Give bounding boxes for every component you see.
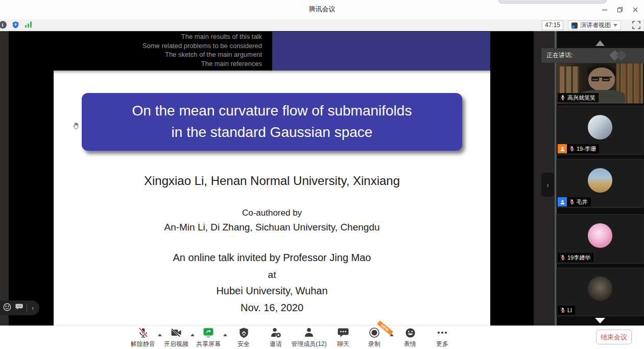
more-button[interactable]: 更多 bbox=[417, 327, 468, 348]
floating-quick-bar: ‹ bbox=[0, 300, 39, 315]
mic-muted-icon bbox=[560, 307, 566, 313]
participant-name: LI bbox=[567, 307, 572, 313]
participant-name: 高兴就笑笑 bbox=[567, 94, 595, 102]
slide-at-word: at bbox=[54, 269, 490, 281]
shield-icon[interactable] bbox=[11, 20, 19, 29]
network-signal-icon[interactable] bbox=[24, 20, 32, 29]
status-icons: i bbox=[0, 20, 32, 29]
chat-preview-icon[interactable] bbox=[15, 303, 23, 313]
slide-title-line: in the standard Gaussian space bbox=[82, 122, 462, 143]
participant-tile[interactable]: 19-李珊 bbox=[556, 106, 643, 155]
outline-line: The main results of this talk bbox=[9, 32, 262, 41]
avatar bbox=[588, 276, 612, 301]
mic-on-icon bbox=[560, 95, 566, 101]
scroll-down-arrow-icon[interactable] bbox=[595, 318, 605, 323]
participant-tile-video[interactable]: 高兴就笑笑 bbox=[556, 63, 643, 104]
slide-invitation: An online talk invited by Professor Jing… bbox=[54, 252, 490, 264]
participant-label: 毛井 bbox=[558, 197, 591, 206]
pill-divider bbox=[27, 304, 27, 312]
participant-name: 毛井 bbox=[577, 198, 588, 206]
now-speaking-label: 正在讲话: bbox=[546, 51, 573, 60]
mic-muted-icon bbox=[560, 254, 566, 261]
slide-coauthors: An-Min Li, Di Zhang, Sichuan University,… bbox=[54, 222, 490, 233]
watermark-logo bbox=[616, 50, 627, 61]
participant-tile[interactable]: 毛井 bbox=[556, 159, 643, 208]
avatar bbox=[588, 115, 612, 139]
video-person-glasses bbox=[591, 77, 612, 81]
host-badge-orange bbox=[558, 144, 567, 153]
participant-label: 高兴就笑笑 bbox=[558, 93, 599, 102]
collapse-left-chevron-icon[interactable]: ‹ bbox=[30, 304, 35, 312]
outline-line: Some related problems to be considered bbox=[9, 41, 262, 51]
slide-venue: Hubei University, Wuhan bbox=[54, 285, 490, 297]
fullscreen-icon[interactable] bbox=[632, 21, 640, 29]
view-mode-label: 演讲者视图 bbox=[580, 21, 611, 30]
scroll-up-arrow-icon[interactable] bbox=[595, 40, 605, 46]
window-controls bbox=[601, 0, 641, 19]
view-mode-selector[interactable]: 演讲者视图 bbox=[568, 20, 621, 30]
meeting-timer: 47:15 bbox=[542, 20, 563, 30]
participant-tile[interactable]: LI bbox=[556, 268, 643, 316]
participant-label: LI bbox=[558, 306, 575, 315]
restore-icon[interactable] bbox=[616, 6, 624, 13]
slide-date: Nov. 16, 2020 bbox=[54, 302, 490, 314]
outline-line: The sketch of the main argument bbox=[9, 50, 262, 59]
chevron-down-icon bbox=[613, 24, 617, 27]
close-icon[interactable] bbox=[632, 6, 639, 13]
end-meeting-button[interactable]: 结束会议 bbox=[596, 330, 632, 344]
minimize-icon[interactable] bbox=[601, 6, 608, 13]
layout-view-icon bbox=[571, 22, 578, 29]
cohost-badge-blue bbox=[558, 197, 567, 206]
info-icon[interactable]: i bbox=[0, 20, 7, 29]
mic-muted-icon bbox=[569, 199, 575, 205]
participant-name: 19李婧华 bbox=[567, 254, 590, 262]
hand-cursor-icon bbox=[72, 122, 81, 130]
slide-outline-list: The main results of this talk Some relat… bbox=[9, 32, 262, 68]
slide-title-line: On the mean curvature flow of submanifol… bbox=[82, 100, 462, 122]
collapsed-floating-toolbar bbox=[498, 0, 607, 4]
outline-line: The main references bbox=[9, 59, 262, 68]
slide-coauthor-label: Co-authored by bbox=[54, 208, 490, 218]
slide-author: Xingxiao Li, Henan Normal University, Xi… bbox=[54, 174, 490, 188]
more-dots-icon bbox=[417, 327, 468, 339]
mic-muted-icon bbox=[569, 146, 575, 152]
sidebar-collapse-handle[interactable]: › bbox=[541, 173, 554, 197]
avatar bbox=[588, 223, 612, 248]
now-speaking-bar: 正在讲话: bbox=[541, 48, 644, 63]
slide-top-banner bbox=[272, 32, 490, 71]
avatar bbox=[588, 168, 612, 193]
slide-title-box: On the mean curvature flow of submanifol… bbox=[82, 93, 462, 151]
toolbar-item-label: 更多 bbox=[417, 340, 468, 348]
presentation-slide: On the mean curvature flow of submanifol… bbox=[54, 71, 490, 325]
emoji-reaction-icon[interactable] bbox=[3, 303, 12, 314]
tencent-meeting-window: 腾讯会议 i 47:15 演讲者视图 The main results of t… bbox=[0, 0, 644, 349]
participant-label: 19-李珊 bbox=[558, 144, 599, 153]
stage-left-margin bbox=[0, 31, 9, 325]
participant-name: 19-李珊 bbox=[577, 145, 596, 153]
participant-label: 19李婧华 bbox=[558, 253, 593, 262]
participant-tile[interactable]: 19李婧华 bbox=[556, 214, 643, 264]
